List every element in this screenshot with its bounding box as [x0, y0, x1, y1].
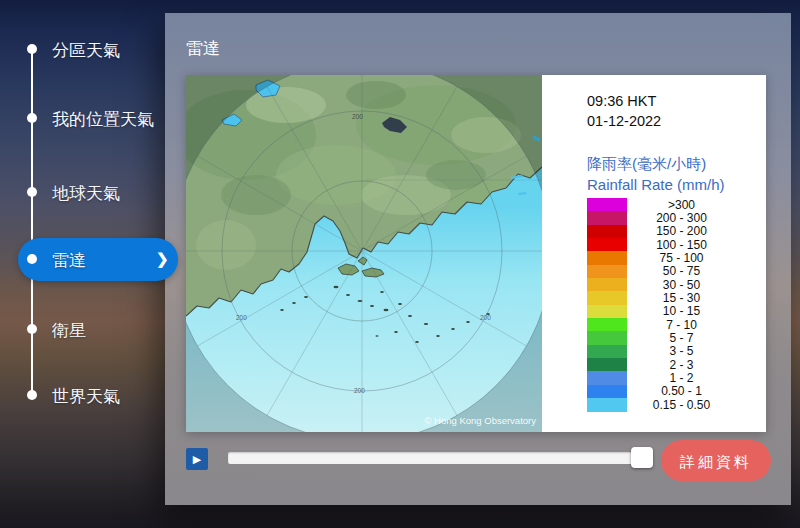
radar-timestamp: 09:36 HKT 01-12-2022 — [587, 91, 661, 131]
legend-row: 0.15 - 0.50 — [542, 398, 766, 411]
sidebar-item-4[interactable]: 雷達❯ — [0, 238, 190, 281]
legend-label: 0.15 - 0.50 — [627, 398, 766, 412]
legend-swatch — [587, 198, 627, 211]
legend-row: 15 - 30 — [542, 291, 766, 304]
copyright-watermark: © Hong Kong Observatory — [424, 415, 536, 426]
legend-label: 5 - 7 — [627, 331, 766, 345]
play-icon: ▶ — [193, 453, 201, 465]
legend-row: 75 - 100 — [542, 251, 766, 264]
chevron-right-icon: ❯ — [156, 250, 169, 268]
legend-panel: 09:36 HKT 01-12-2022 降雨率(毫米/小時) Rainfall… — [542, 75, 766, 432]
legend-row: 50 - 75 — [542, 265, 766, 278]
legend-swatch — [587, 291, 627, 304]
sidebar-item-3[interactable]: 地球天氣 — [0, 171, 190, 214]
main-panel: 雷達 — [165, 13, 791, 505]
legend-label: 150 - 200 — [627, 224, 766, 238]
heading-en: Rainfall Rate (mm/h) — [587, 174, 725, 195]
sidebar-item-6[interactable]: 世界天氣 — [0, 374, 190, 417]
legend-row: 100 - 150 — [542, 238, 766, 251]
legend-swatch — [587, 251, 627, 264]
legend-row: 150 - 200 — [542, 225, 766, 238]
legend-label: 0.50 - 1 — [627, 384, 766, 398]
time-slider-track[interactable] — [228, 452, 653, 464]
legend-label: 30 - 50 — [627, 278, 766, 292]
legend-row: 7 - 10 — [542, 318, 766, 331]
timeline-dot — [27, 187, 37, 197]
sidebar-item-label: 衛星 — [52, 319, 86, 342]
legend-label: 15 - 30 — [627, 291, 766, 305]
legend-row: 5 - 7 — [542, 331, 766, 344]
sidebar-item-5[interactable]: 衛星 — [0, 308, 190, 351]
legend-row: 30 - 50 — [542, 278, 766, 291]
legend-swatch — [587, 358, 627, 371]
timestamp-time: 09:36 HKT — [587, 91, 661, 111]
heading-zh: 降雨率(毫米/小時) — [587, 153, 725, 174]
timeline-dot — [27, 390, 37, 400]
svg-text:200: 200 — [236, 314, 247, 321]
radar-image: 200 200 200 200 © Hong Kong Observatory … — [186, 75, 766, 432]
page-title: 雷達 — [186, 37, 220, 60]
timeline-dot — [27, 44, 37, 54]
legend-swatch — [587, 345, 627, 358]
legend-label: 1 - 2 — [627, 371, 766, 385]
legend-label: 100 - 150 — [627, 238, 766, 252]
legend-swatch — [587, 265, 627, 278]
timestamp-date: 01-12-2022 — [587, 111, 661, 131]
sidebar-item-2[interactable]: 我的位置天氣 — [0, 97, 190, 140]
coverage-circle — [186, 75, 542, 432]
legend-row: 3 - 5 — [542, 345, 766, 358]
sidebar-item-label: 分區天氣 — [52, 39, 120, 62]
legend-label: 75 - 100 — [627, 251, 766, 265]
time-slider-thumb[interactable] — [631, 447, 653, 468]
legend-swatch — [587, 305, 627, 318]
legend-label: 2 - 3 — [627, 358, 766, 372]
legend-label: 200 - 300 — [627, 211, 766, 225]
radar-map: 200 200 200 200 © Hong Kong Observatory — [186, 75, 542, 432]
legend-label: 10 - 15 — [627, 304, 766, 318]
timeline-dot — [27, 324, 37, 334]
svg-text:200: 200 — [480, 314, 491, 321]
legend-label: 50 - 75 — [627, 264, 766, 278]
legend-swatch — [587, 318, 627, 331]
legend-label: 7 - 10 — [627, 318, 766, 332]
legend-swatch — [587, 371, 627, 384]
timeline-dot — [27, 254, 37, 264]
legend-row: 10 - 15 — [542, 305, 766, 318]
legend-swatch — [587, 398, 627, 411]
rainfall-rate-heading: 降雨率(毫米/小時) Rainfall Rate (mm/h) — [587, 153, 725, 195]
legend-label: >300 — [627, 198, 766, 212]
legend-row: 200 - 300 — [542, 211, 766, 224]
selected-pill — [18, 238, 178, 281]
legend-label: 3 - 5 — [627, 344, 766, 358]
legend-row: 2 - 3 — [542, 358, 766, 371]
legend-swatch — [587, 238, 627, 251]
legend-swatch — [587, 211, 627, 224]
legend-swatch — [587, 331, 627, 344]
timeline-dot — [27, 113, 37, 123]
svg-text:200: 200 — [354, 387, 365, 394]
legend-row: 0.50 - 1 — [542, 385, 766, 398]
legend-swatch — [587, 278, 627, 291]
legend-row: 1 - 2 — [542, 371, 766, 384]
legend-swatch — [587, 385, 627, 398]
sidebar-item-label: 雷達 — [52, 249, 86, 272]
legend-swatch — [587, 225, 627, 238]
sidebar-item-label: 我的位置天氣 — [52, 108, 154, 131]
sidebar-item-label: 世界天氣 — [52, 385, 120, 408]
legend-row: >300 — [542, 198, 766, 211]
sidebar-item-1[interactable]: 分區天氣 — [0, 28, 190, 71]
details-button[interactable]: 詳細資料 — [661, 440, 771, 481]
legend-rows: >300200 - 300150 - 200100 - 15075 - 1005… — [542, 198, 766, 412]
svg-text:200: 200 — [352, 113, 363, 120]
sidebar: 分區天氣我的位置天氣地球天氣雷達❯衛星世界天氣 — [0, 0, 190, 528]
sidebar-item-label: 地球天氣 — [52, 182, 120, 205]
